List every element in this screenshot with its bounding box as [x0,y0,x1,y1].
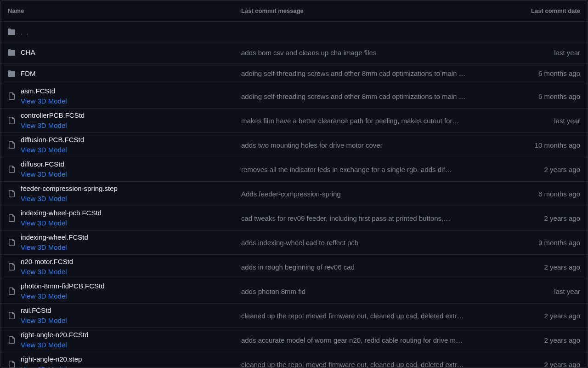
table-row: diffusor.FCStdView 3D Modelremoves all t… [0,157,588,182]
folder-icon [8,28,21,35]
view-3d-model-link[interactable]: View 3D Model [21,194,241,204]
file-link[interactable]: controllerPCB.FCStd [21,110,241,121]
commit-date: last year [511,117,580,125]
commit-message[interactable]: cad tweaks for rev09 feeder, including f… [241,214,511,222]
commit-message[interactable]: removes all the indicator leds in exchan… [241,166,511,173]
view-3d-model-link[interactable]: View 3D Model [21,218,241,228]
view-3d-model-link[interactable]: View 3D Model [21,121,241,131]
name-cell: CHA [21,46,241,59]
commit-date: 6 months ago [511,69,580,77]
table-row: asm.FCStdView 3D Modeladding self-thread… [0,84,588,109]
file-icon [8,361,21,368]
name-cell: photon-8mm-fidPCB.FCStdView 3D Model [21,279,241,303]
file-link[interactable]: diffusion-PCB.FCStd [21,135,241,145]
name-cell: diffusion-PCB.FCStdView 3D Model [21,133,241,157]
file-icon [8,117,21,124]
file-link[interactable]: indexing-wheel.FCStd [21,232,241,242]
name-cell: diffusor.FCStdView 3D Model [21,157,241,181]
table-row: diffusion-PCB.FCStdView 3D Modeladds two… [0,133,588,157]
table-row: n20-motor.FCStdView 3D Modeladds in roug… [0,255,588,279]
name-cell: n20-motor.FCStdView 3D Model [21,255,241,279]
view-3d-model-link[interactable]: View 3D Model [21,242,241,253]
commit-message[interactable]: cleaned up the repo! moved firmware out,… [241,312,511,320]
view-3d-model-link[interactable]: View 3D Model [21,340,241,350]
file-icon [8,92,21,100]
commit-date: 6 months ago [511,190,580,198]
table-row: FDMadding self-threading screws and othe… [0,63,588,85]
directory-link[interactable]: FDM [21,69,241,79]
name-cell: FDM [21,67,241,80]
name-cell: controllerPCB.FCStdView 3D Model [21,109,241,132]
file-icon [8,312,21,319]
view-3d-model-link[interactable]: View 3D Model [21,96,241,106]
commit-date: 2 years ago [511,263,580,271]
file-link[interactable]: right-angle-n20.FCStd [21,330,241,340]
commit-date: last year [511,49,580,57]
commit-message[interactable]: adds indexing-wheel cad to reflect pcb [241,239,511,247]
commit-date: 2 years ago [511,361,580,368]
file-link[interactable]: diffusor.FCStd [21,159,241,169]
commit-message[interactable]: adding self-threading screws and other 8… [241,92,511,100]
table-row: indexing-wheel-pcb.FCStdView 3D Modelcad… [0,206,588,230]
commit-date: 2 years ago [511,336,580,344]
file-link[interactable]: asm.FCStd [21,86,241,96]
file-icon [8,239,21,246]
commit-message[interactable]: makes film have a better clearance path … [241,117,511,125]
view-3d-model-link[interactable]: View 3D Model [21,145,241,155]
col-header-name: Name [8,7,241,14]
commit-message[interactable]: cleaned up the repo! moved firmware out,… [241,361,511,368]
name-cell: feeder-compression-spring.stepView 3D Mo… [21,182,241,206]
view-3d-model-link[interactable]: View 3D Model [21,291,241,301]
file-icon [8,190,21,197]
commit-date: 2 years ago [511,166,580,173]
file-link[interactable]: rail.FCStd [21,305,241,316]
table-row: rail.FCStdView 3D Modelcleaned up the re… [0,304,588,328]
commit-date: 2 years ago [511,214,580,222]
commit-message[interactable]: Adds feeder-compression-spring [241,190,511,198]
file-icon [8,288,21,295]
table-header: Name Last commit message Last commit dat… [0,0,588,22]
view-3d-model-link[interactable]: View 3D Model [21,316,241,326]
file-link[interactable]: indexing-wheel-pcb.FCStd [21,208,241,218]
parent-dir-row[interactable]: . . [0,22,588,42]
file-listing: Name Last commit message Last commit dat… [0,0,588,368]
file-icon [8,214,21,222]
commit-date: last year [511,288,580,295]
commit-message[interactable]: adds accurate model of worm gear n20, re… [241,336,511,344]
commit-date: 10 months ago [511,141,580,149]
table-row: controllerPCB.FCStdView 3D Modelmakes fi… [0,109,588,133]
commit-date: 9 months ago [511,239,580,247]
file-icon [8,166,21,173]
col-header-msg: Last commit message [241,7,511,14]
file-link[interactable]: right-angle-n20.step [21,354,241,364]
table-row: CHAadds bom csv and cleans up cha image … [0,42,588,63]
table-row: right-angle-n20.stepView 3D Modelcleaned… [0,352,588,368]
name-cell: asm.FCStdView 3D Model [21,84,241,108]
file-icon [8,336,21,344]
view-3d-model-link[interactable]: View 3D Model [21,364,241,368]
file-link[interactable]: photon-8mm-fidPCB.FCStd [21,281,241,291]
table-row: feeder-compression-spring.stepView 3D Mo… [0,182,588,206]
commit-message[interactable]: adds photon 8mm fid [241,288,511,295]
file-link[interactable]: feeder-compression-spring.step [21,184,241,194]
parent-dir-link[interactable]: . . [21,28,241,36]
commit-message[interactable]: adds two mounting holes for drive motor … [241,141,511,149]
file-icon [8,141,21,149]
commit-message[interactable]: adds in rough beginning of rev06 cad [241,263,511,271]
view-3d-model-link[interactable]: View 3D Model [21,267,241,277]
commit-date: 6 months ago [511,92,580,100]
col-header-date: Last commit date [511,7,580,14]
commit-message[interactable]: adds bom csv and cleans up cha image fil… [241,49,511,57]
name-cell: indexing-wheel-pcb.FCStdView 3D Model [21,206,241,230]
table-row: right-angle-n20.FCStdView 3D Modeladds a… [0,328,588,352]
view-3d-model-link[interactable]: View 3D Model [21,169,241,179]
commit-date: 2 years ago [511,312,580,320]
folder-icon [8,49,21,56]
name-cell: indexing-wheel.FCStdView 3D Model [21,230,241,254]
name-cell: right-angle-n20.stepView 3D Model [21,352,241,368]
directory-link[interactable]: CHA [21,47,241,58]
table-row: photon-8mm-fidPCB.FCStdView 3D Modeladds… [0,279,588,304]
file-link[interactable]: n20-motor.FCStd [21,257,241,267]
commit-message[interactable]: adding self-threading screws and other 8… [241,69,511,77]
name-cell: rail.FCStdView 3D Model [21,304,241,328]
